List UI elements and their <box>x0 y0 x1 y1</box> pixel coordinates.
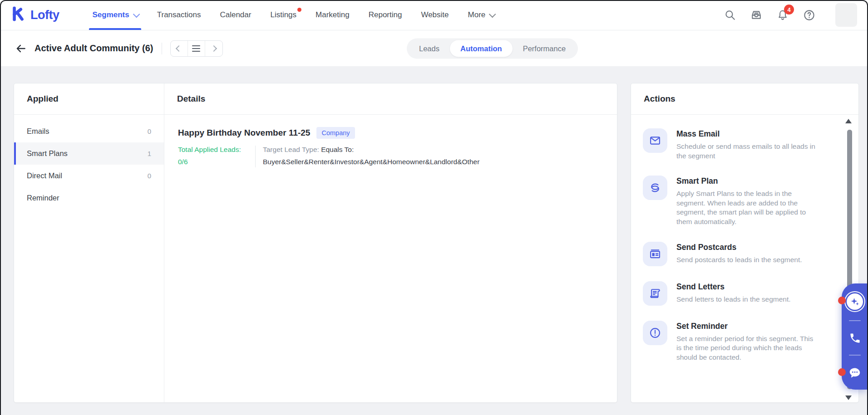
phone-icon <box>849 332 861 344</box>
applied-list: Emails 0 Smart Plans 1 Direct Mail 0 Rem… <box>14 115 164 209</box>
action-title: Send Postcards <box>676 243 802 252</box>
scrollbar-down-arrow[interactable] <box>845 395 852 400</box>
page-title: Active Adult Community (6) <box>35 43 153 54</box>
inbox-tray-icon <box>750 9 763 21</box>
segment-header: Active Adult Community (6) Leads Automat… <box>0 30 868 66</box>
applied-item-smart-plans[interactable]: Smart Plans 1 <box>14 142 164 165</box>
applied-panel-title: Applied <box>14 83 164 115</box>
action-title: Send Letters <box>676 282 791 292</box>
scrollbar-up-arrow[interactable] <box>845 119 852 123</box>
ai-notification-dot <box>838 297 846 304</box>
floating-comm-widget <box>842 283 868 390</box>
user-avatar[interactable] <box>835 3 857 27</box>
chevron-left-icon <box>176 45 182 51</box>
segment-list-button[interactable] <box>188 41 205 56</box>
action-description: Apply Smart Plans to the leads in the se… <box>676 189 818 226</box>
letter-icon <box>643 281 667 306</box>
actions-list: Mass Email Schedule or send mass emails … <box>631 115 858 362</box>
applied-item-reminder[interactable]: Reminder <box>14 187 164 209</box>
help-button[interactable] <box>803 9 815 21</box>
chevron-down-icon <box>489 10 496 18</box>
details-panel-title: Details <box>164 83 617 115</box>
applied-item-direct-mail[interactable]: Direct Mail 0 <box>14 165 164 187</box>
automation-card: Applied Emails 0 Smart Plans 1 Direct Ma… <box>14 83 617 403</box>
divider <box>849 320 861 321</box>
postcard-icon <box>643 242 667 266</box>
search-icon <box>724 9 736 21</box>
back-arrow-icon <box>15 43 27 54</box>
nav-item-segments[interactable]: Segments <box>83 0 147 30</box>
smart-plan-name: Happy Birthday November 11-25 <box>178 128 310 138</box>
actions-panel: Actions Mass Email Schedule or send mass… <box>631 83 859 403</box>
chevron-down-icon <box>133 10 140 18</box>
search-button[interactable] <box>724 9 736 21</box>
list-icon <box>192 45 200 52</box>
action-title: Smart Plan <box>676 176 818 186</box>
applied-panel: Applied Emails 0 Smart Plans 1 Direct Ma… <box>14 83 164 402</box>
target-lead-type-operator: Equals To: <box>321 146 354 153</box>
notification-badge: 4 <box>784 5 794 15</box>
action-send-letters[interactable]: Send Letters Send letters to leads in th… <box>643 281 832 306</box>
chevron-right-icon <box>210 45 217 51</box>
ai-assistant-button[interactable] <box>847 293 863 310</box>
total-applied-leads-label: Total Applied Leads: <box>178 146 255 154</box>
chat-notification-dot <box>838 368 846 376</box>
tab-automation[interactable]: Automation <box>450 40 513 57</box>
prev-segment-button[interactable] <box>171 41 188 56</box>
action-description: Send postcards to leads in the segment. <box>676 255 802 265</box>
reminder-icon <box>643 321 667 345</box>
applied-count: 0 <box>148 127 151 135</box>
mass-email-icon <box>643 128 667 153</box>
segment-pager <box>170 40 223 57</box>
lofty-logo-icon <box>11 6 26 24</box>
help-icon <box>803 9 815 21</box>
nav-item-listings[interactable]: Listings <box>261 0 306 30</box>
action-title: Set Reminder <box>676 322 818 331</box>
applied-count: 1 <box>148 150 151 157</box>
phone-button[interactable] <box>849 332 861 344</box>
divider <box>162 43 162 54</box>
nav-item-transactions[interactable]: Transactions <box>148 0 211 30</box>
smart-plan-icon <box>643 176 667 200</box>
next-segment-button[interactable] <box>205 41 222 56</box>
action-smart-plan[interactable]: Smart Plan Apply Smart Plans to the lead… <box>643 176 832 226</box>
total-applied-leads: Total Applied Leads: 0/6 <box>178 146 255 166</box>
chat-icon <box>848 366 862 380</box>
action-description: Schedule or send mass emails to all lead… <box>676 142 818 161</box>
segment-tabs: Leads Automation Performance <box>407 38 578 59</box>
actions-panel-title: Actions <box>631 83 858 115</box>
total-applied-leads-value: 0/6 <box>178 158 255 166</box>
action-description: Send letters to leads in the segment. <box>676 295 791 304</box>
action-title: Mass Email <box>676 129 818 139</box>
tab-performance[interactable]: Performance <box>513 40 576 57</box>
nav-item-marketing[interactable]: Marketing <box>306 0 359 30</box>
inbox-button[interactable] <box>750 9 763 21</box>
main-nav: Segments Transactions Calendar Listings … <box>83 0 503 30</box>
action-mass-email[interactable]: Mass Email Schedule or send mass emails … <box>643 128 832 161</box>
listings-notification-dot <box>297 8 301 12</box>
nav-item-reporting[interactable]: Reporting <box>359 0 412 30</box>
tab-leads[interactable]: Leads <box>409 40 450 57</box>
nav-item-more[interactable]: More <box>459 0 504 30</box>
details-panel: Details Happy Birthday November 11-25 Co… <box>164 83 617 402</box>
nav-item-calendar[interactable]: Calendar <box>210 0 261 30</box>
top-navigation-bar: Lofty Segments Transactions Calendar Lis… <box>0 0 868 30</box>
target-lead-type-value: Buyer&Seller&Renter&Investor&Agent&Homeo… <box>263 158 479 166</box>
nav-item-website[interactable]: Website <box>411 0 458 30</box>
divider <box>255 146 256 167</box>
applied-item-emails[interactable]: Emails 0 <box>14 120 164 142</box>
chat-button[interactable] <box>848 366 862 380</box>
action-send-postcards[interactable]: Send Postcards Send postcards to leads i… <box>643 242 832 266</box>
lofty-logo[interactable]: Lofty <box>11 6 59 24</box>
notifications-button[interactable]: 4 <box>776 9 789 21</box>
target-lead-type: Target Lead Type: Equals To: Buyer&Selle… <box>263 146 479 166</box>
action-description: Set a reminder period for this segment. … <box>676 334 818 362</box>
details-body: Happy Birthday November 11-25 Company To… <box>164 115 617 180</box>
company-badge: Company <box>316 127 355 139</box>
topbar-tools: 4 <box>724 3 857 27</box>
back-button[interactable] <box>13 40 29 57</box>
action-set-reminder[interactable]: Set Reminder Set a reminder period for t… <box>643 321 832 362</box>
applied-count: 0 <box>148 172 151 180</box>
target-lead-type-label: Target Lead Type: <box>263 146 319 153</box>
brand-name: Lofty <box>30 8 59 22</box>
